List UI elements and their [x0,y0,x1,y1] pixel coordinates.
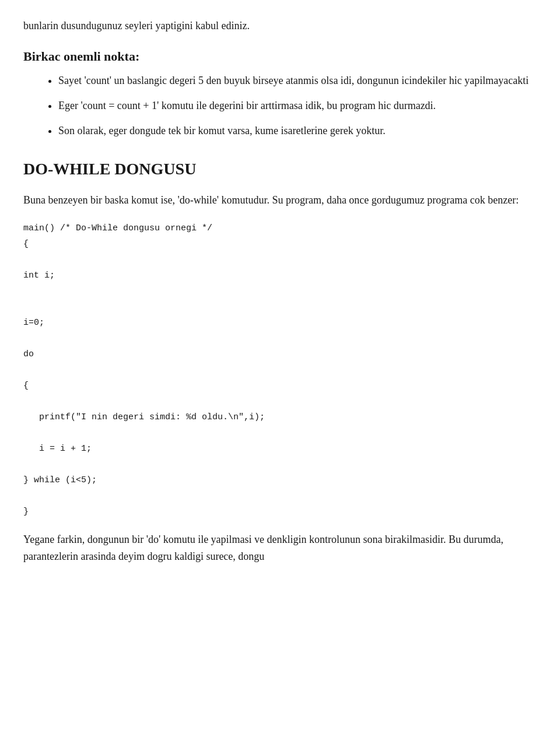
list-item: Eger 'count = count + 1' komutu ile dege… [58,97,537,114]
intro-sentence: bunlarin dusundugunuz seyleri yaptigini … [23,17,537,34]
list-item: Son olarak, eger dongude tek bir komut v… [58,122,537,139]
bullet-list: Sayet 'count' un baslangic degeri 5 den … [58,72,537,139]
bottom-text: Yegane farkin, dongunun bir 'do' komutu … [23,531,537,565]
section-heading: Birkac onemli nokta: [23,46,537,66]
do-while-title: DO-WHILE DONGUSU [23,156,537,183]
list-item: Sayet 'count' un baslangic degeri 5 den … [58,72,537,89]
code-block: main() /* Do-While dongusu ornegi */ { i… [23,220,537,520]
do-while-intro: Buna benzeyen bir baska komut ise, 'do-w… [23,192,537,209]
